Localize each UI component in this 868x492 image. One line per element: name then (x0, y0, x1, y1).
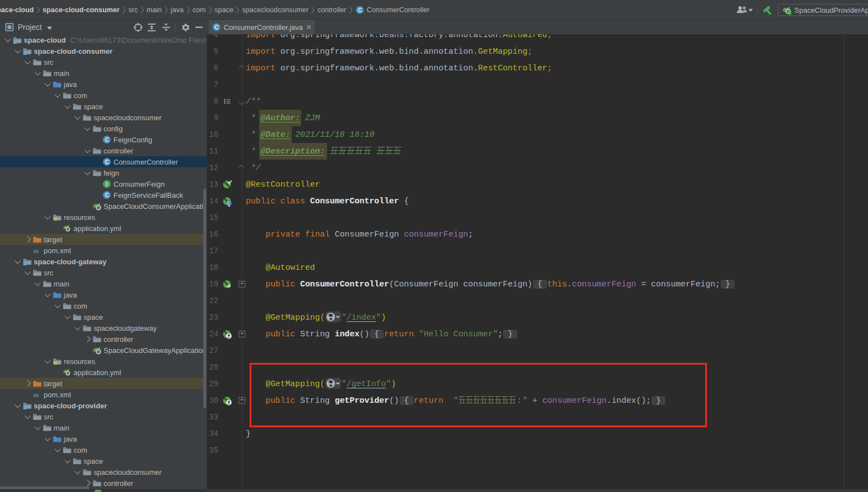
svg-text:m: m (33, 247, 39, 255)
svg-text:m: m (33, 391, 39, 399)
svg-text:C: C (105, 137, 108, 143)
svg-text:C: C (105, 159, 108, 165)
svg-text:I: I (106, 181, 108, 187)
svg-text:C: C (358, 7, 361, 13)
svg-text:C: C (214, 24, 218, 30)
svg-text:C: C (105, 192, 108, 198)
